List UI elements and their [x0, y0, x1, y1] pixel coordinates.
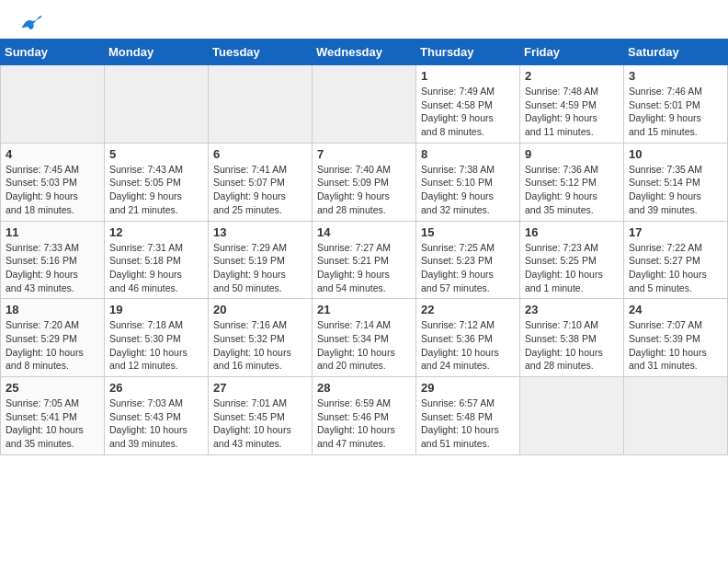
day-info: Sunrise: 7:18 AM Sunset: 5:30 PM Dayligh… — [109, 318, 203, 373]
calendar-cell: 2Sunrise: 7:48 AM Sunset: 4:59 PM Daylig… — [520, 65, 624, 144]
calendar-cell: 10Sunrise: 7:35 AM Sunset: 5:14 PM Dayli… — [624, 143, 728, 221]
day-info: Sunrise: 7:16 AM Sunset: 5:32 PM Dayligh… — [213, 318, 307, 373]
calendar-cell: 12Sunrise: 7:31 AM Sunset: 5:18 PM Dayli… — [105, 221, 209, 299]
day-number: 9 — [525, 147, 619, 161]
day-number: 22 — [421, 303, 515, 316]
day-info: Sunrise: 7:03 AM Sunset: 5:43 PM Dayligh… — [109, 396, 203, 451]
day-number: 11 — [6, 225, 99, 239]
day-info: Sunrise: 7:14 AM Sunset: 5:34 PM Dayligh… — [317, 318, 411, 373]
day-number: 18 — [6, 303, 99, 316]
calendar-cell: 27Sunrise: 7:01 AM Sunset: 5:45 PM Dayli… — [209, 377, 313, 455]
day-number: 17 — [629, 225, 722, 239]
week-row-1: 1Sunrise: 7:49 AM Sunset: 4:58 PM Daylig… — [1, 65, 728, 144]
calendar-cell — [624, 377, 728, 455]
day-number: 4 — [6, 147, 99, 161]
calendar-cell: 20Sunrise: 7:16 AM Sunset: 5:32 PM Dayli… — [209, 299, 313, 377]
calendar-cell: 24Sunrise: 7:07 AM Sunset: 5:39 PM Dayli… — [624, 299, 728, 377]
day-info: Sunrise: 7:27 AM Sunset: 5:21 PM Dayligh… — [317, 241, 411, 295]
day-info: Sunrise: 7:20 AM Sunset: 5:29 PM Dayligh… — [6, 318, 99, 373]
calendar-cell: 11Sunrise: 7:33 AM Sunset: 5:16 PM Dayli… — [1, 221, 105, 299]
day-info: Sunrise: 7:43 AM Sunset: 5:05 PM Dayligh… — [109, 163, 203, 217]
day-number: 28 — [317, 381, 411, 395]
calendar-cell: 19Sunrise: 7:18 AM Sunset: 5:30 PM Dayli… — [105, 299, 209, 377]
day-number: 24 — [629, 303, 722, 316]
day-info: Sunrise: 7:22 AM Sunset: 5:27 PM Dayligh… — [629, 241, 722, 295]
calendar-cell: 5Sunrise: 7:43 AM Sunset: 5:05 PM Daylig… — [105, 143, 209, 221]
day-info: Sunrise: 7:33 AM Sunset: 5:16 PM Dayligh… — [6, 241, 99, 295]
column-header-monday: Monday — [105, 40, 209, 65]
calendar-header-row: SundayMondayTuesdayWednesdayThursdayFrid… — [1, 40, 728, 65]
day-number: 6 — [213, 147, 307, 161]
day-info: Sunrise: 7:46 AM Sunset: 5:01 PM Dayligh… — [629, 85, 722, 139]
day-number: 2 — [525, 69, 619, 83]
logo — [18, 17, 42, 31]
day-number: 8 — [421, 147, 515, 161]
calendar-cell: 26Sunrise: 7:03 AM Sunset: 5:43 PM Dayli… — [105, 377, 209, 455]
week-row-4: 18Sunrise: 7:20 AM Sunset: 5:29 PM Dayli… — [1, 299, 728, 377]
day-number: 20 — [213, 303, 307, 316]
day-number: 16 — [525, 225, 619, 239]
calendar-cell: 25Sunrise: 7:05 AM Sunset: 5:41 PM Dayli… — [1, 377, 105, 455]
day-info: Sunrise: 7:23 AM Sunset: 5:25 PM Dayligh… — [525, 241, 619, 295]
day-info: Sunrise: 7:25 AM Sunset: 5:23 PM Dayligh… — [421, 241, 515, 295]
calendar-cell: 23Sunrise: 7:10 AM Sunset: 5:38 PM Dayli… — [520, 299, 624, 377]
day-info: Sunrise: 7:40 AM Sunset: 5:09 PM Dayligh… — [317, 163, 411, 217]
calendar-cell: 21Sunrise: 7:14 AM Sunset: 5:34 PM Dayli… — [313, 299, 416, 377]
calendar-cell: 8Sunrise: 7:38 AM Sunset: 5:10 PM Daylig… — [416, 143, 520, 221]
week-row-2: 4Sunrise: 7:45 AM Sunset: 5:03 PM Daylig… — [1, 143, 728, 221]
calendar-cell: 16Sunrise: 7:23 AM Sunset: 5:25 PM Dayli… — [520, 221, 624, 299]
day-info: Sunrise: 7:31 AM Sunset: 5:18 PM Dayligh… — [109, 241, 203, 295]
day-info: Sunrise: 7:49 AM Sunset: 4:58 PM Dayligh… — [421, 85, 515, 139]
day-number: 19 — [109, 303, 203, 316]
week-row-5: 25Sunrise: 7:05 AM Sunset: 5:41 PM Dayli… — [1, 377, 728, 455]
day-info: Sunrise: 6:57 AM Sunset: 5:48 PM Dayligh… — [421, 396, 515, 451]
calendar-cell: 15Sunrise: 7:25 AM Sunset: 5:23 PM Dayli… — [416, 221, 520, 299]
day-number: 27 — [213, 381, 307, 395]
day-info: Sunrise: 7:35 AM Sunset: 5:14 PM Dayligh… — [629, 163, 722, 217]
column-header-thursday: Thursday — [416, 40, 520, 65]
column-header-sunday: Sunday — [1, 40, 105, 65]
day-info: Sunrise: 7:07 AM Sunset: 5:39 PM Dayligh… — [629, 318, 722, 373]
calendar-cell: 17Sunrise: 7:22 AM Sunset: 5:27 PM Dayli… — [624, 221, 728, 299]
day-info: Sunrise: 7:01 AM Sunset: 5:45 PM Dayligh… — [213, 396, 307, 451]
calendar-cell: 14Sunrise: 7:27 AM Sunset: 5:21 PM Dayli… — [313, 221, 416, 299]
day-info: Sunrise: 7:48 AM Sunset: 4:59 PM Dayligh… — [525, 85, 619, 139]
calendar-cell: 7Sunrise: 7:40 AM Sunset: 5:09 PM Daylig… — [313, 143, 416, 221]
day-info: Sunrise: 7:45 AM Sunset: 5:03 PM Dayligh… — [6, 163, 99, 217]
calendar-cell — [313, 65, 416, 144]
calendar-cell: 1Sunrise: 7:49 AM Sunset: 4:58 PM Daylig… — [416, 65, 520, 144]
day-info: Sunrise: 7:12 AM Sunset: 5:36 PM Dayligh… — [421, 318, 515, 373]
calendar-cell: 9Sunrise: 7:36 AM Sunset: 5:12 PM Daylig… — [520, 143, 624, 221]
day-number: 1 — [421, 69, 515, 83]
calendar-cell — [105, 65, 209, 144]
day-number: 23 — [525, 303, 619, 316]
day-number: 13 — [213, 225, 307, 239]
day-number: 15 — [421, 225, 515, 239]
day-number: 3 — [629, 69, 722, 83]
day-number: 7 — [317, 147, 411, 161]
day-number: 25 — [6, 381, 99, 395]
day-info: Sunrise: 7:29 AM Sunset: 5:19 PM Dayligh… — [213, 241, 307, 295]
week-row-3: 11Sunrise: 7:33 AM Sunset: 5:16 PM Dayli… — [1, 221, 728, 299]
calendar-cell: 29Sunrise: 6:57 AM Sunset: 5:48 PM Dayli… — [416, 377, 520, 455]
day-number: 29 — [421, 381, 515, 395]
day-number: 5 — [109, 147, 203, 161]
day-info: Sunrise: 7:41 AM Sunset: 5:07 PM Dayligh… — [213, 163, 307, 217]
calendar-table: SundayMondayTuesdayWednesdayThursdayFrid… — [0, 39, 728, 455]
calendar-cell: 4Sunrise: 7:45 AM Sunset: 5:03 PM Daylig… — [1, 143, 105, 221]
calendar-cell — [209, 65, 313, 144]
page-header — [0, 0, 728, 39]
calendar-cell — [1, 65, 105, 144]
column-header-saturday: Saturday — [624, 40, 728, 65]
calendar-cell: 6Sunrise: 7:41 AM Sunset: 5:07 PM Daylig… — [209, 143, 313, 221]
day-number: 26 — [109, 381, 203, 395]
day-number: 21 — [317, 303, 411, 316]
day-number: 10 — [629, 147, 722, 161]
bird-icon — [20, 15, 42, 31]
day-info: Sunrise: 7:10 AM Sunset: 5:38 PM Dayligh… — [525, 318, 619, 373]
calendar-cell: 22Sunrise: 7:12 AM Sunset: 5:36 PM Dayli… — [416, 299, 520, 377]
calendar-cell — [520, 377, 624, 455]
calendar-cell: 13Sunrise: 7:29 AM Sunset: 5:19 PM Dayli… — [209, 221, 313, 299]
day-info: Sunrise: 7:36 AM Sunset: 5:12 PM Dayligh… — [525, 163, 619, 217]
calendar-cell: 28Sunrise: 6:59 AM Sunset: 5:46 PM Dayli… — [313, 377, 416, 455]
